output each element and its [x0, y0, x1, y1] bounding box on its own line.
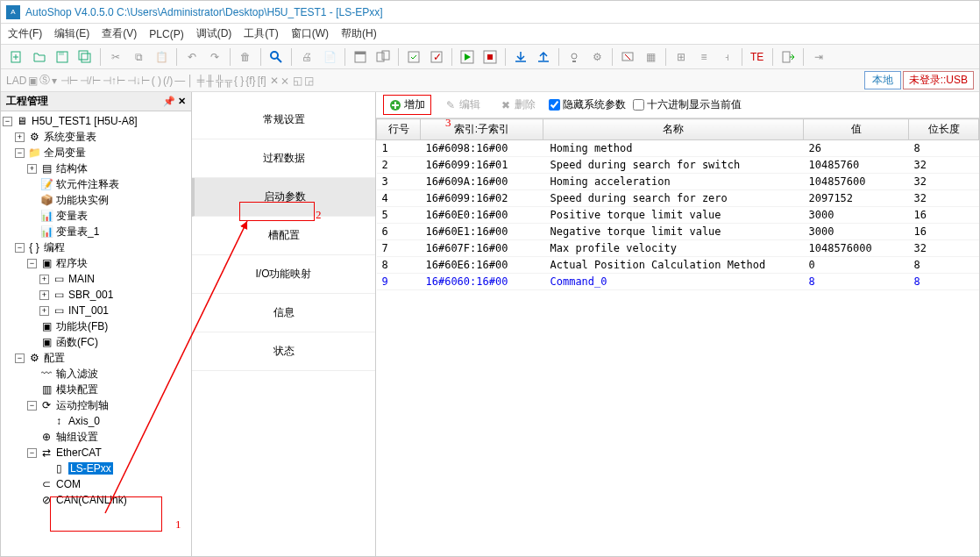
cell-name[interactable]: Homing method [543, 140, 804, 157]
tree-root[interactable]: −🖥H5U_TEST1 [H5U-A8] [3, 113, 189, 129]
col-bitlen[interactable]: 位长度 [909, 119, 979, 140]
cell-index[interactable]: 16#60E0:16#00 [421, 207, 543, 224]
tree-prog[interactable]: −{ }编程 [3, 239, 189, 255]
cut-icon[interactable]: ✂ [105, 47, 126, 67]
menu-file[interactable]: 文件(F) [8, 26, 42, 41]
window2-icon[interactable] [373, 47, 394, 67]
table-row[interactable]: 516#60E0:16#00Positive torque limit valu… [377, 207, 979, 224]
tab-general[interactable]: 常规设置 [192, 101, 375, 139]
grid-icon[interactable]: ⊞ [671, 47, 692, 67]
cell-index[interactable]: 16#60E1:16#00 [421, 224, 543, 240]
print-icon[interactable]: 🖨 [296, 47, 317, 67]
cell-name[interactable]: Negative torque limit value [543, 224, 804, 240]
gear-icon[interactable]: ⚙ [586, 47, 607, 67]
cell-bitlen[interactable]: 32 [909, 157, 979, 174]
cell-bitlen[interactable]: 8 [909, 140, 979, 157]
cell-name[interactable]: Homing acceleration [543, 174, 804, 190]
delete-button[interactable]: ✖ 删除 [494, 95, 542, 115]
table-icon[interactable]: ▦ [640, 47, 661, 67]
edit-button[interactable]: ✎ 编辑 [438, 95, 486, 115]
tree-struct[interactable]: +▤结构体 [3, 161, 189, 176]
window1-icon[interactable] [350, 47, 371, 67]
compileall-icon[interactable]: ✓ [426, 47, 447, 67]
table-row[interactable]: 816#60E6:16#00Actual Position Calculatio… [377, 257, 979, 274]
table-row[interactable]: 916#6060:16#00Command_088 [377, 274, 979, 290]
cell-row[interactable]: 9 [377, 274, 421, 290]
tree-canlink[interactable]: ⊘CAN(CANLink) [3, 492, 189, 508]
tree-fc[interactable]: ▣函数(FC) [3, 334, 189, 350]
undo-icon[interactable]: ↶ [181, 47, 202, 67]
cell-row[interactable]: 4 [377, 190, 421, 207]
tab-startup[interactable]: 启动参数 [192, 178, 375, 217]
tree-vartab1[interactable]: 📊变量表_1 [3, 224, 189, 239]
new-icon[interactable] [6, 47, 27, 67]
menu-debug[interactable]: 调试(D) [196, 26, 232, 41]
hex-input[interactable] [633, 99, 644, 111]
test-icon[interactable]: TEST [747, 47, 768, 67]
menu-plc[interactable]: PLC(P) [149, 28, 183, 40]
cell-index[interactable]: 16#6099:16#02 [421, 190, 543, 207]
cell-value[interactable]: 3000 [804, 207, 909, 224]
cell-bitlen[interactable]: 32 [909, 240, 979, 257]
tree-infilt[interactable]: 〰输入滤波 [3, 366, 189, 382]
align-icon[interactable]: ⫞ [716, 47, 737, 67]
cell-value[interactable]: 26 [804, 140, 909, 157]
tree-axisgrp[interactable]: ⊕轴组设置 [3, 429, 189, 445]
menu-help[interactable]: 帮助(H) [341, 26, 377, 41]
local-button[interactable]: 本地 [864, 71, 901, 89]
col-index[interactable]: 索引:子索引 [421, 119, 543, 140]
hide-sys-input[interactable] [549, 99, 560, 111]
cell-row[interactable]: 6 [377, 224, 421, 240]
tree-sbr[interactable]: +▭SBR_001 [3, 287, 189, 303]
tab-io[interactable]: I/O功能映射 [192, 255, 375, 294]
cell-row[interactable]: 2 [377, 157, 421, 174]
cell-index[interactable]: 16#6098:16#00 [421, 140, 543, 157]
cell-value[interactable]: 8 [804, 274, 909, 290]
tree-globalvar[interactable]: −📁全局变量 [3, 145, 189, 161]
saveall-icon[interactable] [75, 47, 96, 67]
tree-sysvar[interactable]: +⚙系统变量表 [3, 129, 189, 145]
lines-icon[interactable]: ≡ [693, 47, 714, 67]
tree-fbinst[interactable]: 📦功能块实例 [3, 192, 189, 208]
table-row[interactable]: 316#609A:16#00Homing acceleration1048576… [377, 174, 979, 190]
tree-config[interactable]: −⚙配置 [3, 350, 189, 366]
cell-name[interactable]: Actual Position Calculation Method [543, 257, 804, 274]
menu-window[interactable]: 窗口(W) [291, 26, 329, 41]
tree-int[interactable]: +▭INT_001 [3, 303, 189, 318]
tree-com[interactable]: ⊂COM [3, 476, 189, 492]
col-row[interactable]: 行号 [377, 119, 421, 140]
cell-row[interactable]: 1 [377, 140, 421, 157]
cell-index[interactable]: 16#6099:16#01 [421, 157, 543, 174]
cell-value[interactable]: 3000 [804, 224, 909, 240]
cell-index[interactable]: 16#60E6:16#00 [421, 257, 543, 274]
paste-icon[interactable]: 📋 [151, 47, 172, 67]
tree-fb[interactable]: ▣功能块(FB) [3, 318, 189, 334]
printpreview-icon[interactable]: 📄 [319, 47, 340, 67]
login-button[interactable]: 未登录::USB [903, 71, 974, 89]
hide-sys-checkbox[interactable]: 隐藏系统参数 [549, 97, 626, 112]
tab-process[interactable]: 过程数据 [192, 139, 375, 178]
cell-name[interactable]: Speed during search for zero [543, 190, 804, 207]
tree-vartab[interactable]: 📊变量表 [3, 208, 189, 224]
cell-index[interactable]: 16#607F:16#00 [421, 240, 543, 257]
cell-bitlen[interactable]: 8 [909, 257, 979, 274]
tree-main[interactable]: +▭MAIN [3, 271, 189, 287]
tree-comment[interactable]: 📝软元件注释表 [3, 176, 189, 192]
redo-icon[interactable]: ↷ [204, 47, 225, 67]
cell-index[interactable]: 16#6060:16#00 [421, 274, 543, 290]
cell-bitlen[interactable]: 32 [909, 190, 979, 207]
cell-row[interactable]: 8 [377, 257, 421, 274]
cell-row[interactable]: 3 [377, 174, 421, 190]
cell-index[interactable]: 16#609A:16#00 [421, 174, 543, 190]
col-name[interactable]: 名称 [543, 119, 804, 140]
cell-name[interactable]: Command_0 [543, 274, 804, 290]
cell-value[interactable]: 104857600 [804, 174, 909, 190]
table-row[interactable]: 616#60E1:16#00Negative torque limit valu… [377, 224, 979, 240]
copy-icon[interactable]: ⧉ [128, 47, 149, 67]
search-icon[interactable] [266, 47, 287, 67]
menu-view[interactable]: 查看(V) [102, 26, 137, 41]
cell-bitlen[interactable]: 16 [909, 207, 979, 224]
compile-icon[interactable] [403, 47, 424, 67]
cell-value[interactable]: 0 [804, 257, 909, 274]
cell-name[interactable]: Positive torque limit value [543, 207, 804, 224]
